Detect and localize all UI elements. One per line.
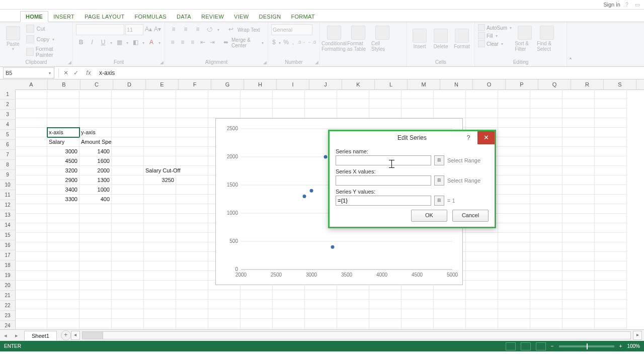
cell-N24[interactable] bbox=[434, 309, 466, 319]
cell-S3[interactable] bbox=[595, 109, 627, 118]
cell-E1[interactable] bbox=[144, 89, 176, 99]
cell-B22[interactable] bbox=[47, 290, 79, 300]
fill-button[interactable]: Fill▾ bbox=[478, 32, 513, 39]
cell-L22[interactable] bbox=[369, 290, 401, 300]
cell-C5[interactable]: y-axis bbox=[79, 128, 112, 137]
cell-R7[interactable] bbox=[562, 147, 595, 156]
row-header[interactable]: 16 bbox=[0, 240, 15, 250]
cell-G1[interactable] bbox=[208, 89, 240, 99]
cell-R13[interactable] bbox=[562, 204, 595, 214]
col-header[interactable]: S bbox=[604, 79, 636, 89]
cell-P6[interactable] bbox=[498, 137, 530, 147]
dialog-launcher-icon[interactable]: ◢ bbox=[68, 60, 71, 65]
cell-B7[interactable]: 3000 bbox=[47, 147, 79, 156]
cell-O3[interactable] bbox=[466, 109, 498, 118]
row-header[interactable]: 4 bbox=[0, 120, 15, 130]
dialog-close-icon[interactable]: ✕ bbox=[477, 131, 495, 144]
cell-F1[interactable] bbox=[176, 89, 208, 99]
cell-D4[interactable] bbox=[112, 118, 144, 128]
cell-D7[interactable] bbox=[112, 147, 144, 156]
col-header[interactable]: H bbox=[244, 79, 277, 89]
row-header[interactable]: 15 bbox=[0, 230, 15, 240]
cell-S24[interactable] bbox=[595, 309, 627, 319]
cell-J1[interactable] bbox=[305, 89, 337, 99]
cell-R16[interactable] bbox=[562, 233, 595, 242]
row-header[interactable]: 2 bbox=[0, 100, 15, 110]
cell-B12[interactable]: 3300 bbox=[47, 195, 79, 204]
cell-R22[interactable] bbox=[562, 290, 595, 300]
cell-L2[interactable] bbox=[369, 99, 401, 109]
cell-F24[interactable] bbox=[176, 309, 208, 319]
cell-C16[interactable] bbox=[79, 233, 112, 242]
cell-A10[interactable] bbox=[15, 175, 47, 185]
range-picker-icon[interactable]: ⊞ bbox=[434, 196, 444, 206]
cell-A11[interactable] bbox=[15, 185, 47, 195]
cell-D14[interactable] bbox=[112, 214, 144, 223]
merge-icon[interactable]: ⬌ bbox=[221, 37, 230, 48]
col-header[interactable]: A bbox=[15, 79, 48, 89]
align-left-icon[interactable]: ≡ bbox=[168, 37, 177, 48]
row-header[interactable]: 20 bbox=[0, 281, 15, 291]
cell-D5[interactable] bbox=[112, 128, 144, 137]
row-headers[interactable]: 1234567891011121314151617181920212223242… bbox=[0, 89, 16, 329]
cell-D8[interactable] bbox=[112, 156, 144, 166]
cell-A1[interactable] bbox=[15, 89, 47, 99]
font-family-select[interactable] bbox=[76, 24, 124, 35]
scroll-left-icon[interactable]: ◂ bbox=[71, 331, 80, 340]
dialog-launcher-icon[interactable]: ◢ bbox=[263, 60, 267, 65]
cell-Q11[interactable] bbox=[530, 185, 562, 195]
cell-E12[interactable] bbox=[144, 195, 176, 204]
cell-G22[interactable] bbox=[208, 290, 240, 300]
row-header[interactable]: 23 bbox=[0, 311, 15, 321]
cell-S14[interactable] bbox=[595, 214, 627, 223]
cell-J2[interactable] bbox=[305, 99, 337, 109]
cell-E5[interactable] bbox=[144, 128, 176, 137]
cell-S10[interactable] bbox=[595, 175, 627, 185]
cell-P19[interactable] bbox=[498, 261, 530, 271]
cancel-button[interactable]: Cancel bbox=[452, 210, 489, 222]
cell-P1[interactable] bbox=[498, 89, 530, 99]
cell-B5[interactable]: x-axis bbox=[47, 128, 79, 137]
cell-L23[interactable] bbox=[369, 300, 401, 309]
cell-D20[interactable] bbox=[112, 271, 144, 281]
cell-O24[interactable] bbox=[466, 309, 498, 319]
series-x-input[interactable] bbox=[336, 175, 431, 186]
cell-B19[interactable] bbox=[47, 261, 79, 271]
cell-P23[interactable] bbox=[498, 300, 530, 309]
cell-M2[interactable] bbox=[401, 99, 434, 109]
cell-P9[interactable] bbox=[498, 166, 530, 175]
cell-D9[interactable] bbox=[112, 166, 144, 175]
cell-C15[interactable] bbox=[79, 223, 112, 233]
cell-Q19[interactable] bbox=[530, 261, 562, 271]
cell-A24[interactable] bbox=[15, 309, 47, 319]
cell-M22[interactable] bbox=[401, 290, 434, 300]
cell-Q23[interactable] bbox=[530, 300, 562, 309]
cell-S25[interactable] bbox=[595, 319, 627, 328]
cell-R17[interactable] bbox=[562, 242, 595, 252]
cell-S2[interactable] bbox=[595, 99, 627, 109]
cell-H2[interactable] bbox=[240, 99, 273, 109]
cell-R9[interactable] bbox=[562, 166, 595, 175]
clear-button[interactable]: Clear▾ bbox=[478, 40, 513, 47]
cell-C3[interactable] bbox=[79, 109, 112, 118]
cell-E21[interactable] bbox=[144, 281, 176, 290]
cell-A6[interactable] bbox=[15, 137, 47, 147]
cell-S13[interactable] bbox=[595, 204, 627, 214]
row-header[interactable]: 11 bbox=[0, 190, 15, 200]
cell-D13[interactable] bbox=[112, 204, 144, 214]
cell-I2[interactable] bbox=[273, 99, 305, 109]
conditional-formatting-button[interactable]: Conditional Formatting bbox=[323, 24, 345, 53]
row-header[interactable]: 24 bbox=[0, 321, 15, 329]
tab-formulas[interactable]: FORMULAS bbox=[129, 12, 172, 22]
cell-L3[interactable] bbox=[369, 109, 401, 118]
cell-E23[interactable] bbox=[144, 300, 176, 309]
cell-E3[interactable] bbox=[144, 109, 176, 118]
cell-R6[interactable] bbox=[562, 137, 595, 147]
cell-R11[interactable] bbox=[562, 185, 595, 195]
cell-F9[interactable] bbox=[176, 166, 208, 175]
cell-B9[interactable]: 3200 bbox=[47, 166, 79, 175]
fx-icon[interactable]: fx bbox=[81, 69, 96, 76]
cell-F2[interactable] bbox=[176, 99, 208, 109]
cell-K22[interactable] bbox=[337, 290, 369, 300]
cell-P12[interactable] bbox=[498, 195, 530, 204]
